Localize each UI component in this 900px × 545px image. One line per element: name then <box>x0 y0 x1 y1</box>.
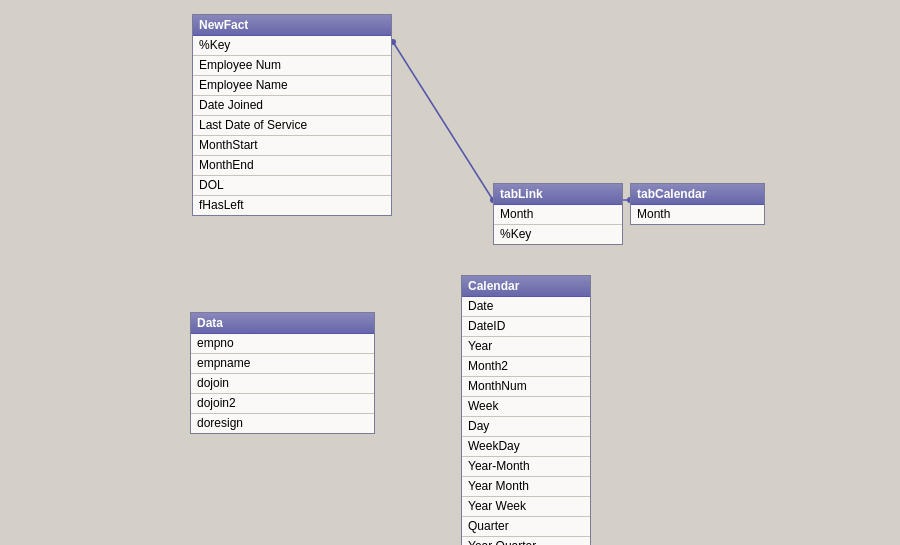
table-calendar: Calendar Date DateID Year Month2 MonthNu… <box>461 275 591 545</box>
table-tabcalendar-header: tabCalendar <box>631 184 764 205</box>
table-tablink: tabLink Month %Key <box>493 183 623 245</box>
table-row: Year Week <box>462 497 590 517</box>
table-row: fHasLeft <box>193 196 391 215</box>
table-newfact: NewFact %Key Employee Num Employee Name … <box>192 14 392 216</box>
table-newfact-header: NewFact <box>193 15 391 36</box>
table-row: Month <box>631 205 764 224</box>
table-row: dojoin <box>191 374 374 394</box>
table-tablink-header: tabLink <box>494 184 622 205</box>
table-row: Quarter <box>462 517 590 537</box>
table-data: Data empno empname dojoin dojoin2 doresi… <box>190 312 375 434</box>
table-row: Year-Month <box>462 457 590 477</box>
table-row: MonthStart <box>193 136 391 156</box>
table-row: DateID <box>462 317 590 337</box>
table-row: %Key <box>193 36 391 56</box>
table-row: WeekDay <box>462 437 590 457</box>
table-row: Month <box>494 205 622 225</box>
table-row: Date Joined <box>193 96 391 116</box>
table-row: Last Date of Service <box>193 116 391 136</box>
table-row: empno <box>191 334 374 354</box>
svg-line-0 <box>393 42 493 200</box>
table-data-header: Data <box>191 313 374 334</box>
table-row: Date <box>462 297 590 317</box>
table-row: Year Month <box>462 477 590 497</box>
table-calendar-header: Calendar <box>462 276 590 297</box>
table-row: Year Quarter <box>462 537 590 545</box>
table-row: doresign <box>191 414 374 433</box>
table-tabcalendar: tabCalendar Month <box>630 183 765 225</box>
connector-lines <box>0 0 900 545</box>
table-row: %Key <box>494 225 622 244</box>
table-row: MonthEnd <box>193 156 391 176</box>
table-row: Year <box>462 337 590 357</box>
table-row: Employee Num <box>193 56 391 76</box>
table-row: DOL <box>193 176 391 196</box>
table-row: Week <box>462 397 590 417</box>
table-row: empname <box>191 354 374 374</box>
table-row: dojoin2 <box>191 394 374 414</box>
table-row: Employee Name <box>193 76 391 96</box>
table-row: MonthNum <box>462 377 590 397</box>
table-row: Month2 <box>462 357 590 377</box>
table-row: Day <box>462 417 590 437</box>
